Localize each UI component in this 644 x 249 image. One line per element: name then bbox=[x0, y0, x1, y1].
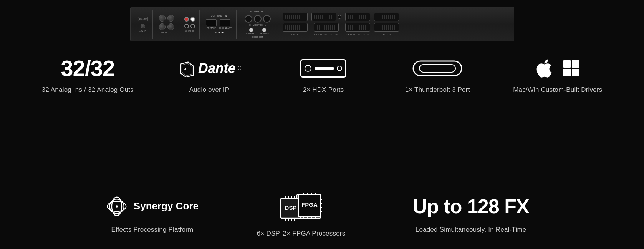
feature-dspfpga: DSP bbox=[257, 193, 346, 237]
synergy-text: Synergy Core bbox=[134, 200, 199, 212]
fx-icon-area: Up to 128 FX bbox=[413, 193, 529, 220]
apple-icon bbox=[536, 59, 552, 78]
macwin-icons bbox=[536, 59, 580, 78]
dante-label: Audio over IP bbox=[189, 86, 230, 94]
fx-big-text: Up to 128 FX bbox=[413, 196, 529, 216]
windows-icon bbox=[563, 60, 579, 76]
feature-macwin: Mac/Win Custom-Built Drivers bbox=[513, 57, 602, 94]
dante-text: Dante bbox=[198, 60, 236, 76]
thunderbolt-label: 1× Thunderbolt 3 Port bbox=[405, 86, 470, 94]
svg-text:DSP: DSP bbox=[285, 204, 297, 211]
svg-rect-7 bbox=[563, 69, 571, 76]
feature-fx: Up to 128 FX Loaded Simultaneously, In R… bbox=[404, 193, 538, 234]
feature-thunderbolt: 1× Thunderbolt 3 Port bbox=[399, 57, 476, 94]
thunderbolt-icon-area bbox=[412, 57, 462, 80]
hdx-port-icon bbox=[300, 59, 346, 78]
dante-icon: ⊿ bbox=[177, 60, 197, 77]
svg-text:FPGA: FPGA bbox=[301, 201, 318, 208]
chip-icon: DSP bbox=[280, 193, 322, 224]
feature-hdx: 2× HDX Ports bbox=[285, 57, 362, 94]
feature-analog: 32/32 32 Analog Ins / 32 Analog Outs bbox=[42, 57, 134, 94]
hdx-port-center bbox=[315, 67, 334, 70]
features-row-2: Synergy Core Effects Processing Platform bbox=[0, 189, 644, 249]
page-wrapper: 18V ⎓ 45W 10M IN bbox=[0, 0, 644, 249]
hardware-section: 18V ⎓ 45W 10M IN bbox=[0, 0, 644, 45]
synergy-label: Effects Processing Platform bbox=[111, 226, 193, 234]
synergy-core-icon: Synergy Core bbox=[106, 196, 199, 217]
feature-synergy: Synergy Core Effects Processing Platform bbox=[106, 193, 199, 234]
hdx-label: 2× HDX Ports bbox=[303, 86, 344, 94]
svg-rect-4 bbox=[419, 65, 455, 72]
synergy-icon-area: Synergy Core bbox=[106, 193, 199, 220]
svg-text:⊿: ⊿ bbox=[183, 67, 186, 71]
analog-icon-area: 32/32 bbox=[61, 57, 114, 80]
dspfpga-label: 6× DSP, 2× FPGA Processors bbox=[257, 230, 346, 237]
macwin-label: Mac/Win Custom-Built Drivers bbox=[513, 86, 602, 94]
analog-big-number: 32/32 bbox=[61, 57, 114, 80]
svg-marker-0 bbox=[180, 62, 194, 77]
macwin-divider bbox=[558, 59, 558, 78]
thunderbolt-icon bbox=[412, 59, 462, 78]
chip-icon-area: DSP bbox=[280, 193, 322, 224]
features-row-1: 32/32 32 Analog Ins / 32 Analog Outs ⊿ D… bbox=[0, 45, 644, 189]
svg-rect-5 bbox=[563, 60, 571, 68]
fx-label: Loaded Simultaneously, In Real-Time bbox=[416, 226, 526, 234]
hardware-image: 18V ⎓ 45W 10M IN bbox=[130, 7, 514, 42]
svg-rect-8 bbox=[572, 69, 579, 76]
macwin-icon-area bbox=[536, 57, 580, 80]
analog-label: 32 Analog Ins / 32 Analog Outs bbox=[42, 86, 134, 94]
svg-rect-6 bbox=[572, 60, 579, 68]
svg-point-12 bbox=[116, 205, 118, 208]
hdx-icon-area bbox=[300, 57, 346, 80]
svg-rect-3 bbox=[413, 61, 462, 76]
feature-dante: ⊿ Dante ® Audio over IP bbox=[171, 57, 248, 94]
dante-icon-area: ⊿ Dante ® bbox=[177, 57, 241, 80]
synergy-svg-icon bbox=[106, 196, 127, 217]
dante-logo: ⊿ Dante ® bbox=[177, 60, 241, 77]
